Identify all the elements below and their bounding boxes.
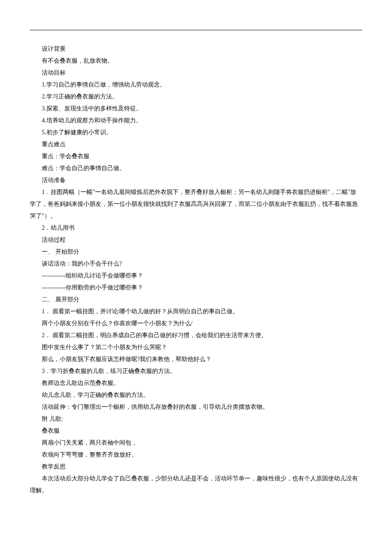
paragraph: 二、 展开部分 xyxy=(30,294,362,306)
paragraph: 一、 开始部分 xyxy=(30,246,362,258)
paragraph: 3．学习折叠衣服的儿歌，练习正确叠衣服的方法。 xyxy=(30,365,362,377)
paragraph: ------------组织幼儿讨论手会做哪些事？ xyxy=(30,270,362,282)
paragraph: 难点：学会自己的事情自己做。 xyxy=(30,162,362,174)
paragraph: 那么，小朋友脱下衣服应该怎样做呢?我们来教他，帮助他好么？ xyxy=(30,353,362,365)
paragraph: 设计背景 xyxy=(30,43,362,55)
paragraph: 衣领向下弯弯腰，整整齐齐放放好。 xyxy=(30,449,362,461)
paragraph: 两个小朋友分别在干什么？你喜欢哪一个小朋友？为什么/ xyxy=(30,318,362,330)
paragraph: 本次活动后大部分幼儿学会了自己叠衣服，少部分幼儿还是不会，活动环节单一，趣味性很… xyxy=(30,473,362,497)
paragraph: 5.初步了解健康的小常识。 xyxy=(30,127,362,139)
paragraph: 附 儿歌: xyxy=(30,413,362,425)
paragraph: 活动过程 xyxy=(30,234,362,246)
paragraph: 叠衣服 xyxy=(30,425,362,437)
paragraph: 谈话活动：我的小手会干什么? xyxy=(30,258,362,270)
paragraph: 2． 观看第二幅挂图，明白养成自己的事自己做的好习惯，会给我们的生活带来方便。 xyxy=(30,330,362,341)
paragraph: 1.学习自己的事情自己做，增强幼儿劳动观念。 xyxy=(30,79,362,91)
paragraph: 活动延伸：专门整理出一个橱柜，供用幼儿存放叠好的衣服，引导幼儿分类摆放衣物。 xyxy=(30,401,362,413)
paragraph: 3.探索、发现生活中的多样性及特征。 xyxy=(30,103,362,115)
paragraph: 幼儿念儿歌，学习正确的叠衣服的方法。 xyxy=(30,389,362,401)
paragraph: 重点难点 xyxy=(30,139,362,150)
paragraph: 有不会叠衣服，乱放衣物。 xyxy=(30,55,362,67)
paragraph: 图中发生什么事了？第二个小朋友为什么哭呢？ xyxy=(30,341,362,353)
paragraph: 两扇小门关关紧，两只衣袖中间包， xyxy=(30,437,362,449)
paragraph: 1．挂图两幅（一幅"一名幼儿晨间锻炼后把外衣脱下，整齐叠好放入橱柜；另一名幼儿则… xyxy=(30,186,362,222)
paragraph: 教学反思 xyxy=(30,461,362,473)
paragraph: 2．幼儿用书 xyxy=(30,222,362,234)
paragraph: 重点：学会叠衣服 xyxy=(30,150,362,162)
paragraph: 4.培养幼儿的观察力和动手操作能力。 xyxy=(30,115,362,127)
document-content: 设计背景 有不会叠衣服，乱放衣物。 活动目标 1.学习自己的事情自己做，增强幼儿… xyxy=(30,43,362,497)
paragraph: ------------你用勤劳的小手做过哪些事？ xyxy=(30,282,362,294)
paragraph: 教师边念儿歌边示范叠衣服。 xyxy=(30,377,362,389)
paragraph: 2.学习正确的叠衣服的方法。 xyxy=(30,91,362,103)
paragraph: 活动目标 xyxy=(30,67,362,79)
paragraph: 1． 观看第一幅挂图，并讨论:哪个幼儿做的好？从而明白自己的事自己做。 xyxy=(30,306,362,318)
paragraph: 活动准备 xyxy=(30,174,362,186)
divider-line xyxy=(30,30,362,30)
